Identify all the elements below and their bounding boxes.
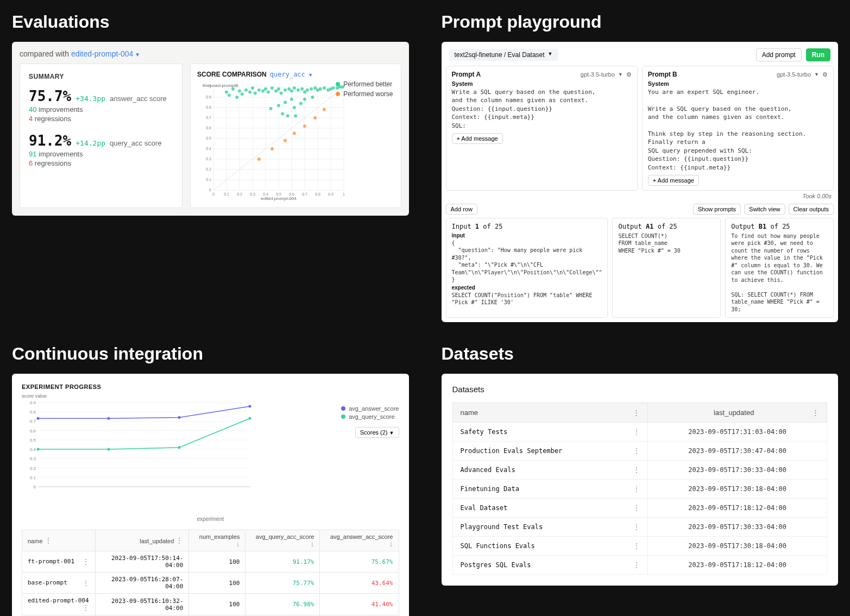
svg-point-82: [311, 96, 314, 99]
svg-point-60: [270, 86, 274, 90]
table-row[interactable]: Advanced Evals⋮ 2023-09-05T17:30:33-04:0…: [452, 461, 827, 480]
datasets-header-updated[interactable]: last_updated⋮: [648, 403, 827, 423]
sort-icon[interactable]: ↓: [389, 539, 393, 548]
svg-point-46: [228, 93, 231, 97]
cell-query-score: 75.77%: [245, 573, 320, 594]
ci-header[interactable]: avg_query_acc_score ↓: [245, 530, 320, 551]
kebab-icon[interactable]: ⋮: [82, 579, 90, 587]
datasets-section: Datasets Datasets name⋮ last_updated⋮ Sa…: [442, 344, 839, 616]
switch-view-button[interactable]: Switch view: [744, 204, 785, 215]
add-message-button[interactable]: + Add message: [648, 175, 699, 186]
kebab-icon[interactable]: ⋮: [82, 558, 90, 565]
output-title: Output B1 of 25: [731, 223, 828, 230]
table-row[interactable]: SQL Functions Evals⋮ 2023-09-05T17:30:18…: [452, 537, 827, 556]
ci-header[interactable]: name ⋮: [22, 530, 96, 551]
cell-name: Postgres SQL Evals⋮: [452, 556, 648, 575]
chevron-down-icon: ▼: [389, 430, 394, 436]
input-body: { "question": "How many people were pick…: [452, 240, 602, 284]
output-body: SELECT COUNT(*) FROM table_name WHERE "P…: [618, 232, 715, 255]
svg-text:0.4: 0.4: [206, 147, 211, 150]
kebab-icon[interactable]: ⋮: [175, 536, 183, 545]
kebab-icon[interactable]: ⋮: [812, 408, 819, 417]
svg-point-79: [303, 98, 306, 101]
kebab-icon[interactable]: ⋮: [45, 536, 52, 545]
kebab-icon[interactable]: ⋮: [633, 504, 640, 512]
svg-point-78: [303, 91, 306, 94]
table-row[interactable]: Safety Tests⋮ 2023-09-05T17:31:03-04:00: [452, 423, 827, 442]
svg-point-67: [284, 101, 287, 104]
add-prompt-button[interactable]: Add prompt: [756, 48, 802, 61]
table-row[interactable]: base-prompt ⋮ 2023-09-05T16:28:07-04:00 …: [22, 573, 399, 594]
metric-percent: 75.7%: [29, 88, 71, 104]
table-row[interactable]: Finetuning Data⋮ 2023-09-05T17:30:18-04:…: [452, 480, 827, 499]
score-comparison-metric-dropdown[interactable]: query_acc ▼: [270, 71, 312, 78]
compared-with-dropdown[interactable]: edited-prompt-004▼: [71, 49, 140, 58]
system-label: System: [452, 80, 632, 87]
kebab-icon[interactable]: ⋮: [633, 485, 640, 493]
output-body: To find out how many people were pick #3…: [731, 232, 828, 313]
table-row[interactable]: ft-prompt-001 ⋮ 2023-09-05T17:50:14-04:0…: [22, 551, 399, 573]
model-selector[interactable]: gpt-3.5-turbo ▼ ⚙: [581, 71, 632, 78]
cell-name: Advanced Evals⋮: [452, 461, 648, 480]
clear-outputs-button[interactable]: Clear outputs: [789, 204, 834, 215]
prompt-body[interactable]: You are an expert SQL engineer. Write a …: [648, 88, 828, 172]
run-button[interactable]: Run: [806, 48, 830, 61]
cell-updated: 2023-09-05T17:18:12-04:00: [648, 499, 827, 518]
metric-improvements: 91 improvements: [29, 150, 173, 158]
kebab-icon[interactable]: ⋮: [633, 447, 640, 455]
model-selector[interactable]: gpt-3.5-turbo ▼ ⚙: [777, 71, 828, 78]
ci-header[interactable]: num_examples ↓: [189, 530, 245, 551]
svg-text:0.7: 0.7: [30, 419, 36, 424]
kebab-icon[interactable]: ⋮: [633, 542, 640, 550]
input-label: input: [452, 232, 602, 238]
sort-icon[interactable]: ↓: [236, 539, 240, 548]
chevron-down-icon: ▼: [548, 51, 553, 59]
kebab-icon[interactable]: ⋮: [633, 428, 640, 436]
svg-point-54: [254, 91, 257, 95]
gear-icon[interactable]: ⚙: [822, 71, 828, 78]
output-b-card: Output B1 of 25 To find out how many peo…: [725, 218, 834, 318]
kebab-icon[interactable]: ⋮: [82, 604, 90, 612]
cell-name: Safety Tests⋮: [452, 423, 648, 442]
datasets-header-name[interactable]: name⋮: [452, 403, 648, 423]
kebab-icon[interactable]: ⋮: [633, 561, 640, 569]
table-row[interactable]: Postgres SQL Evals⋮ 2023-09-05T17:18:12-…: [452, 556, 827, 575]
table-row[interactable]: edited-prompt-004 ⋮ 2023-09-05T16:10:32-…: [22, 594, 399, 615]
cell-name: Playground Test Evals⋮: [452, 518, 648, 537]
svg-point-69: [287, 87, 291, 91]
summary-card: SUMMARY 75.7% +34.3pp answer_acc score 4…: [20, 64, 182, 208]
scores-dropdown[interactable]: Scores (2) ▼: [355, 427, 399, 438]
add-message-button[interactable]: + Add message: [452, 133, 503, 144]
gear-icon[interactable]: ⚙: [626, 71, 632, 78]
ci-chart-title: EXPERIMENT PROGRESS: [22, 384, 399, 390]
cell-name: Finetuning Data⋮: [452, 480, 648, 499]
kebab-icon[interactable]: ⋮: [633, 466, 640, 474]
kebab-icon[interactable]: ⋮: [633, 523, 640, 531]
svg-text:0.2: 0.2: [237, 192, 242, 196]
svg-text:finetuned-promptB: finetuned-promptB: [203, 83, 238, 88]
svg-text:1: 1: [343, 192, 345, 196]
show-prompts-button[interactable]: Show prompts: [693, 204, 741, 215]
table-row[interactable]: Playground Test Evals⋮ 2023-09-05T17:30:…: [452, 518, 827, 537]
svg-text:0.1: 0.1: [30, 475, 36, 480]
cell-updated: 2023-09-05T17:30:18-04:00: [648, 537, 827, 556]
playground-panel: text2sql-finetune / Eval Dataset ▼ Add p…: [442, 42, 839, 322]
svg-point-66: [284, 89, 287, 92]
svg-point-74: [294, 114, 297, 117]
cell-answer-score: 43.64%: [320, 573, 399, 594]
table-row[interactable]: Eval Dataset⋮ 2023-09-05T17:18:12-04:00: [452, 499, 827, 518]
prompt-title: Prompt A: [452, 71, 481, 78]
svg-point-123: [37, 417, 40, 420]
table-row[interactable]: Production Evals September⋮ 2023-09-05T1…: [452, 442, 827, 461]
ci-header[interactable]: last_updated ⋮: [95, 530, 189, 551]
svg-point-126: [249, 405, 251, 408]
sort-icon[interactable]: ↓: [310, 539, 314, 548]
kebab-icon[interactable]: ⋮: [633, 408, 640, 417]
cell-num: 100: [189, 573, 245, 594]
breadcrumb-dropdown[interactable]: text2sql-finetune / Eval Dataset ▼: [449, 49, 558, 61]
svg-point-127: [37, 448, 40, 451]
cell-updated: 2023-09-05T17:30:33-04:00: [648, 461, 827, 480]
prompt-body[interactable]: Write a SQL query based on the question,…: [452, 88, 632, 130]
add-row-button[interactable]: Add row: [446, 204, 477, 215]
ci-header[interactable]: avg_answer_acc_score ↓: [320, 530, 399, 551]
